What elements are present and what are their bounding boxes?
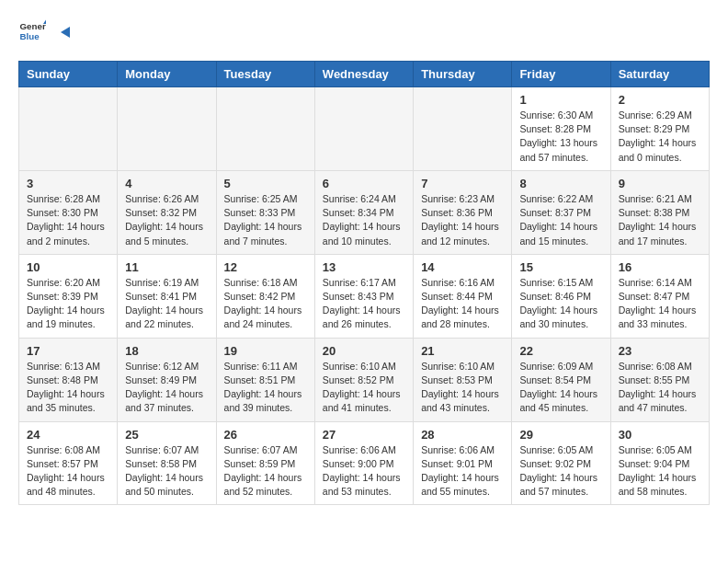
calendar-cell: 7Sunrise: 6:23 AM Sunset: 8:36 PM Daylig… — [414, 170, 512, 254]
day-number: 10 — [27, 260, 109, 274]
day-number: 29 — [519, 428, 602, 442]
day-info: Sunrise: 6:24 AM Sunset: 8:34 PM Dayligh… — [323, 192, 405, 248]
day-number: 3 — [27, 177, 109, 190]
calendar-cell: 9Sunrise: 6:21 AM Sunset: 8:38 PM Daylig… — [610, 170, 709, 254]
day-info: Sunrise: 6:10 AM Sunset: 8:52 PM Dayligh… — [323, 360, 405, 416]
day-number: 5 — [224, 177, 307, 190]
calendar-week-row: 10Sunrise: 6:20 AM Sunset: 8:39 PM Dayli… — [19, 254, 710, 338]
day-number: 25 — [125, 428, 208, 442]
day-number: 13 — [323, 260, 405, 274]
calendar-cell: 5Sunrise: 6:25 AM Sunset: 8:33 PM Daylig… — [216, 170, 314, 254]
calendar-cell: 4Sunrise: 6:26 AM Sunset: 8:32 PM Daylig… — [118, 170, 216, 254]
day-number: 23 — [619, 344, 701, 358]
calendar-cell: 29Sunrise: 6:05 AM Sunset: 9:02 PM Dayli… — [512, 421, 610, 505]
day-info: Sunrise: 6:10 AM Sunset: 8:53 PM Dayligh… — [421, 360, 504, 416]
day-info: Sunrise: 6:28 AM Sunset: 8:30 PM Dayligh… — [27, 192, 109, 248]
day-info: Sunrise: 6:26 AM Sunset: 8:32 PM Dayligh… — [125, 192, 208, 248]
day-info: Sunrise: 6:12 AM Sunset: 8:49 PM Dayligh… — [125, 360, 208, 416]
calendar-cell: 1Sunrise: 6:30 AM Sunset: 8:28 PM Daylig… — [512, 87, 610, 171]
day-number: 19 — [224, 344, 307, 358]
calendar-cell: 22Sunrise: 6:09 AM Sunset: 8:54 PM Dayli… — [512, 338, 610, 421]
weekday-header-tuesday: Tuesday — [216, 62, 314, 87]
calendar-week-row: 1Sunrise: 6:30 AM Sunset: 8:28 PM Daylig… — [19, 87, 710, 171]
day-info: Sunrise: 6:30 AM Sunset: 8:28 PM Dayligh… — [519, 109, 602, 165]
day-info: Sunrise: 6:17 AM Sunset: 8:43 PM Dayligh… — [323, 276, 405, 332]
calendar-week-row: 3Sunrise: 6:28 AM Sunset: 8:30 PM Daylig… — [19, 170, 710, 254]
calendar-cell: 6Sunrise: 6:24 AM Sunset: 8:34 PM Daylig… — [314, 170, 413, 254]
calendar-cell: 15Sunrise: 6:15 AM Sunset: 8:46 PM Dayli… — [512, 254, 610, 338]
day-number: 18 — [125, 344, 208, 358]
calendar-cell — [19, 87, 118, 171]
calendar-cell — [414, 87, 512, 171]
day-info: Sunrise: 6:13 AM Sunset: 8:48 PM Dayligh… — [27, 360, 109, 416]
calendar-cell: 2Sunrise: 6:29 AM Sunset: 8:29 PM Daylig… — [610, 87, 709, 171]
day-number: 22 — [519, 344, 602, 358]
calendar-cell: 16Sunrise: 6:14 AM Sunset: 8:47 PM Dayli… — [610, 254, 709, 338]
calendar-cell: 28Sunrise: 6:06 AM Sunset: 9:01 PM Dayli… — [414, 421, 512, 505]
day-info: Sunrise: 6:22 AM Sunset: 8:37 PM Dayligh… — [519, 192, 602, 248]
calendar-cell — [314, 87, 413, 171]
day-number: 21 — [421, 344, 504, 358]
calendar-cell: 26Sunrise: 6:07 AM Sunset: 8:59 PM Dayli… — [216, 421, 314, 505]
day-number: 9 — [619, 177, 701, 190]
calendar-week-row: 17Sunrise: 6:13 AM Sunset: 8:48 PM Dayli… — [19, 338, 710, 421]
day-number: 14 — [421, 260, 504, 274]
calendar-cell: 19Sunrise: 6:11 AM Sunset: 8:51 PM Dayli… — [216, 338, 314, 421]
weekday-header-friday: Friday — [512, 62, 610, 87]
day-number: 28 — [421, 428, 504, 442]
calendar-cell: 10Sunrise: 6:20 AM Sunset: 8:39 PM Dayli… — [19, 254, 118, 338]
day-number: 27 — [323, 428, 405, 442]
calendar-cell: 24Sunrise: 6:08 AM Sunset: 8:57 PM Dayli… — [19, 421, 118, 505]
day-info: Sunrise: 6:06 AM Sunset: 9:01 PM Dayligh… — [421, 443, 504, 500]
calendar-cell: 17Sunrise: 6:13 AM Sunset: 8:48 PM Dayli… — [19, 338, 118, 421]
day-info: Sunrise: 6:05 AM Sunset: 9:02 PM Dayligh… — [519, 443, 602, 500]
weekday-header-saturday: Saturday — [610, 62, 709, 87]
day-info: Sunrise: 6:16 AM Sunset: 8:44 PM Dayligh… — [421, 276, 504, 332]
day-number: 16 — [619, 260, 701, 274]
calendar-cell: 23Sunrise: 6:08 AM Sunset: 8:55 PM Dayli… — [610, 338, 709, 421]
day-info: Sunrise: 6:07 AM Sunset: 8:58 PM Dayligh… — [125, 443, 208, 500]
day-number: 1 — [519, 93, 602, 107]
day-number: 7 — [421, 177, 504, 190]
day-number: 17 — [27, 344, 109, 358]
svg-text:Blue: Blue — [20, 31, 40, 41]
day-info: Sunrise: 6:09 AM Sunset: 8:54 PM Dayligh… — [519, 360, 602, 416]
day-info: Sunrise: 6:14 AM Sunset: 8:47 PM Dayligh… — [619, 276, 701, 332]
calendar-cell — [118, 87, 216, 171]
day-info: Sunrise: 6:08 AM Sunset: 8:55 PM Dayligh… — [619, 360, 701, 416]
day-number: 12 — [224, 260, 307, 274]
calendar-header-row: SundayMondayTuesdayWednesdayThursdayFrid… — [19, 62, 710, 87]
weekday-header-sunday: Sunday — [19, 62, 118, 87]
day-info: Sunrise: 6:15 AM Sunset: 8:46 PM Dayligh… — [519, 276, 602, 332]
logo: General Blue — [18, 18, 75, 46]
day-info: Sunrise: 6:11 AM Sunset: 8:51 PM Dayligh… — [224, 360, 307, 416]
svg-marker-3 — [61, 27, 70, 38]
calendar-cell: 12Sunrise: 6:18 AM Sunset: 8:42 PM Dayli… — [216, 254, 314, 338]
day-number: 15 — [519, 260, 602, 274]
day-number: 24 — [27, 428, 109, 442]
day-number: 11 — [125, 260, 208, 274]
day-number: 6 — [323, 177, 405, 190]
svg-text:General: General — [20, 21, 47, 31]
calendar-cell: 8Sunrise: 6:22 AM Sunset: 8:37 PM Daylig… — [512, 170, 610, 254]
calendar-cell: 20Sunrise: 6:10 AM Sunset: 8:52 PM Dayli… — [314, 338, 413, 421]
day-info: Sunrise: 6:19 AM Sunset: 8:41 PM Dayligh… — [125, 276, 208, 332]
calendar-cell: 30Sunrise: 6:05 AM Sunset: 9:04 PM Dayli… — [610, 421, 709, 505]
day-number: 8 — [519, 177, 602, 190]
weekday-header-monday: Monday — [118, 62, 216, 87]
calendar-cell: 27Sunrise: 6:06 AM Sunset: 9:00 PM Dayli… — [314, 421, 413, 505]
calendar-cell: 21Sunrise: 6:10 AM Sunset: 8:53 PM Dayli… — [414, 338, 512, 421]
day-info: Sunrise: 6:05 AM Sunset: 9:04 PM Dayligh… — [619, 443, 701, 500]
calendar-cell: 25Sunrise: 6:07 AM Sunset: 8:58 PM Dayli… — [118, 421, 216, 505]
day-info: Sunrise: 6:21 AM Sunset: 8:38 PM Dayligh… — [619, 192, 701, 248]
day-number: 26 — [224, 428, 307, 442]
day-info: Sunrise: 6:08 AM Sunset: 8:57 PM Dayligh… — [27, 443, 109, 500]
day-info: Sunrise: 6:06 AM Sunset: 9:00 PM Dayligh… — [323, 443, 405, 500]
calendar-cell: 11Sunrise: 6:19 AM Sunset: 8:41 PM Dayli… — [118, 254, 216, 338]
calendar-cell: 14Sunrise: 6:16 AM Sunset: 8:44 PM Dayli… — [414, 254, 512, 338]
logo-arrow-icon — [57, 23, 75, 41]
day-number: 4 — [125, 177, 208, 190]
calendar-cell: 18Sunrise: 6:12 AM Sunset: 8:49 PM Dayli… — [118, 338, 216, 421]
logo-icon: General Blue — [18, 18, 46, 46]
calendar-cell — [216, 87, 314, 171]
